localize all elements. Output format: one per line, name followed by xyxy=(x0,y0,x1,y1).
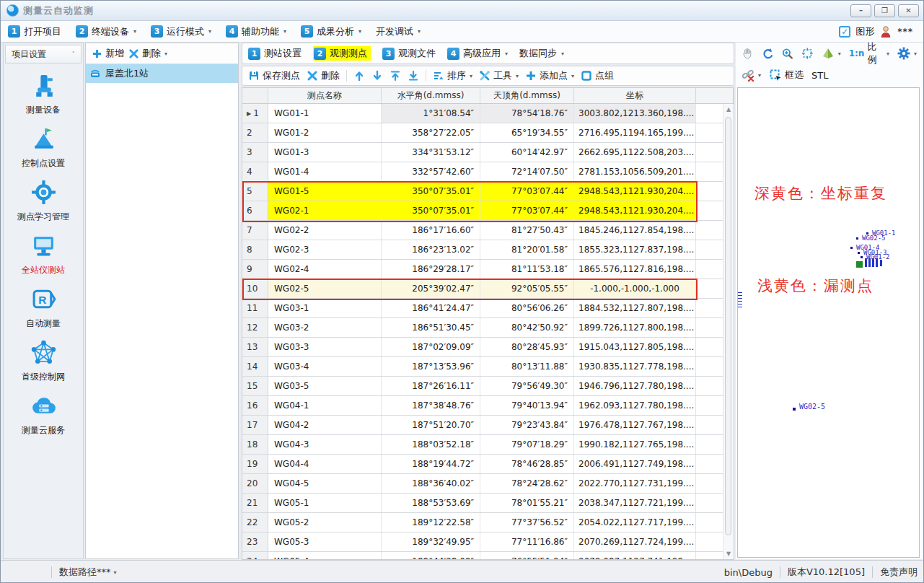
coordinates-cell[interactable]: 1930.835,1127.778,198.... xyxy=(574,357,696,376)
zenith-angle-cell[interactable]: 79°07′18.29″ xyxy=(480,435,574,454)
horizontal-angle-cell[interactable]: 186°23′13.02″ xyxy=(382,240,480,259)
data-path-button[interactable]: 数据路径*** xyxy=(59,566,111,579)
table-row[interactable]: 21WG05-1188°53′53.69″78°01′55.21″2038.34… xyxy=(242,494,734,513)
coordinates-cell[interactable]: 3003.802,1213.360,198.... xyxy=(574,104,696,123)
horizontal-angle-cell[interactable]: 186°29′28.17″ xyxy=(382,260,480,279)
sidebar-item-自动测量[interactable]: R自动测量 xyxy=(26,286,61,330)
column-header-coordinates[interactable]: 坐标 xyxy=(574,88,696,103)
zenith-angle-cell[interactable]: 80°13′11.88″ xyxy=(480,357,574,376)
column-header-name[interactable]: 测点名称 xyxy=(268,88,382,103)
coordinates-cell[interactable]: 1990.182,1127.765,198.... xyxy=(574,435,696,454)
horizontal-angle-cell[interactable]: 188°53′53.69″ xyxy=(382,494,480,512)
point-name-cell[interactable]: WG01-3 xyxy=(268,143,382,162)
zenith-angle-cell[interactable]: 78°01′55.21″ xyxy=(480,494,574,512)
zenith-angle-cell[interactable]: 60°14′42.97″ xyxy=(480,143,574,162)
zenith-angle-cell[interactable]: 77°11′16.86″ xyxy=(480,532,574,551)
menu-item-辅助功能[interactable]: 4辅助功能▾ xyxy=(226,25,286,38)
settings-button[interactable]: ▾ xyxy=(897,47,917,60)
horizontal-angle-cell[interactable]: 205°39′02.47″ xyxy=(382,279,480,298)
table-scrollbar[interactable]: ▲ ▼ xyxy=(723,104,734,559)
table-row[interactable]: 9WG02-4186°29′28.17″81°11′53.18″1865.576… xyxy=(242,260,734,279)
table-row[interactable]: 6WG02-1350°07′35.01″77°03′07.44″2948.543… xyxy=(242,201,734,221)
point-name-cell[interactable]: WG02-2 xyxy=(268,221,382,240)
pan-hand-icon[interactable] xyxy=(742,47,754,60)
delete-station-button[interactable]: 删除 ▾ xyxy=(128,47,167,60)
scroll-up-arrow-icon[interactable]: ▲ xyxy=(723,106,734,113)
user-name-text[interactable]: *** xyxy=(897,27,913,37)
zenith-angle-cell[interactable]: 65°19′34.55″ xyxy=(480,123,574,142)
point-name-cell[interactable]: WG02-1 xyxy=(268,201,382,220)
coordinates-cell[interactable]: 2948.543,1121.930,204.... xyxy=(574,201,696,220)
zenith-angle-cell[interactable]: 81°11′53.18″ xyxy=(480,260,574,279)
coordinates-cell[interactable]: 2662.695,1122.508,203.... xyxy=(574,143,696,162)
collapse-chevron-icon[interactable]: ˄ xyxy=(72,51,76,58)
table-row[interactable]: 2WG01-2358°27′22.05″65°19′34.55″2716.495… xyxy=(242,123,734,143)
table-row[interactable]: 8WG02-3186°23′13.02″81°20′01.58″1855.323… xyxy=(242,240,734,260)
coordinates-cell[interactable]: 1845.246,1127.854,198.... xyxy=(574,221,696,240)
column-header-horizontal-angle[interactable]: 水平角(d.mmss) xyxy=(382,88,480,103)
coordinates-cell[interactable]: 1884.532,1127.807,198.... xyxy=(574,299,696,317)
horizontal-angle-cell[interactable]: 334°31′53.12″ xyxy=(382,143,480,162)
coordinates-cell[interactable]: 1962.093,1127.780,198.... xyxy=(574,396,696,415)
tab-观测测点[interactable]: 2观测测点 xyxy=(313,46,371,61)
disclaimer-link[interactable]: 免责声明 xyxy=(880,566,918,579)
point-name-cell[interactable]: WG01-5 xyxy=(268,182,382,201)
horizontal-angle-cell[interactable]: 187°26′16.11″ xyxy=(382,377,480,395)
horizontal-angle-cell[interactable]: 350°07′35.01″ xyxy=(382,182,480,201)
point-name-cell[interactable]: WG02-4 xyxy=(268,260,382,279)
horizontal-angle-cell[interactable]: 189°12′22.58″ xyxy=(382,513,480,532)
point-name-cell[interactable]: WG04-4 xyxy=(268,455,382,473)
tab-测站设置[interactable]: 1测站设置 xyxy=(248,47,302,60)
horizontal-angle-cell[interactable]: 188°19′44.72″ xyxy=(382,455,480,473)
add-station-button[interactable]: 新增 xyxy=(92,47,124,60)
tools-button[interactable]: 工具▾ xyxy=(479,69,519,82)
horizontal-angle-cell[interactable]: 187°13′53.96″ xyxy=(382,357,480,376)
horizontal-angle-cell[interactable]: 188°03′52.18″ xyxy=(382,435,480,454)
point-name-cell[interactable]: WG02-5 xyxy=(268,279,382,298)
point-name-cell[interactable]: WG04-5 xyxy=(268,474,382,493)
point-group-button[interactable]: 点组 xyxy=(581,69,614,82)
point-name-cell[interactable]: WG03-1 xyxy=(268,299,382,317)
coordinates-cell[interactable]: 2716.495,1194.165,199.... xyxy=(574,123,696,142)
disconnect-button[interactable]: ▾ xyxy=(742,69,761,82)
coordinates-cell[interactable]: 2038.347,1127.721,199.... xyxy=(574,494,696,512)
point-name-cell[interactable]: WG05-3 xyxy=(268,532,382,551)
move-to-top-button[interactable] xyxy=(390,70,401,82)
table-row[interactable]: 5WG01-5350°07′35.01″77°03′07.44″2948.543… xyxy=(242,182,734,201)
graphics-checkbox[interactable]: ✓ xyxy=(839,26,850,38)
table-row[interactable]: 19WG04-4188°19′44.72″78°46′28.85″2006.49… xyxy=(242,455,734,474)
table-row[interactable]: 4WG01-4332°57′42.60″72°14′07.50″2781.153… xyxy=(242,162,734,182)
zoom-in-icon[interactable] xyxy=(781,47,793,60)
user-icon[interactable] xyxy=(879,25,892,38)
point-name-cell[interactable]: WG03-2 xyxy=(268,318,382,337)
move-up-button[interactable] xyxy=(353,70,365,82)
zenith-angle-cell[interactable]: 80°56′06.26″ xyxy=(480,299,574,317)
graphics-canvas[interactable]: 深黄色：坐标重复 浅黄色：漏测点 WG01-1WG02-5WG01-4WG01-… xyxy=(737,87,920,558)
table-row[interactable]: 17WG04-2187°51′20.70″79°23′43.84″1976.47… xyxy=(242,416,734,435)
move-to-bottom-button[interactable] xyxy=(408,70,419,82)
coordinates-cell[interactable]: 2079.087,1127.741,199 xyxy=(574,552,696,560)
tab-观测文件[interactable]: 3观测文件 xyxy=(382,47,436,60)
point-name-cell[interactable]: WG01-2 xyxy=(268,123,382,142)
point-name-cell[interactable]: WG04-3 xyxy=(268,435,382,454)
zenith-angle-cell[interactable]: 77°03′07.44″ xyxy=(480,182,574,201)
maximize-button[interactable]: ❐ xyxy=(874,4,895,17)
point-name-cell[interactable]: WG03-5 xyxy=(268,377,382,395)
point-name-cell[interactable]: WG05-4 xyxy=(268,552,382,560)
fit-view-icon[interactable] xyxy=(801,47,814,60)
tab-数据同步[interactable]: 数据同步▾ xyxy=(519,47,564,60)
coordinates-cell[interactable]: 2006.491,1127.749,198.... xyxy=(574,455,696,473)
sidebar-item-首级控制网[interactable]: 首级控制网 xyxy=(22,339,65,383)
coordinates-cell[interactable]: 1976.478,1127.767,198.... xyxy=(574,416,696,434)
horizontal-angle-cell[interactable]: 332°57′42.60″ xyxy=(382,162,480,181)
column-header-zenith-angle[interactable]: 天顶角(d.mmss) xyxy=(480,88,574,103)
move-down-button[interactable] xyxy=(371,70,383,82)
horizontal-angle-cell[interactable]: 187°02′09.09″ xyxy=(382,338,480,356)
stl-button[interactable]: STL xyxy=(811,70,828,81)
coordinates-cell[interactable]: 1946.796,1127.780,198.... xyxy=(574,377,696,395)
table-row[interactable]: 16WG04-1187°38′48.76″79°40′13.94″1962.09… xyxy=(242,396,734,416)
table-row[interactable]: 23WG05-3189°32′49.95″77°11′16.86″2070.26… xyxy=(242,532,734,552)
close-button[interactable]: ✕ xyxy=(898,4,919,17)
point-name-cell[interactable]: WG02-3 xyxy=(268,240,382,259)
table-row[interactable]: 15WG03-5187°26′16.11″79°56′49.30″1946.79… xyxy=(242,377,734,396)
